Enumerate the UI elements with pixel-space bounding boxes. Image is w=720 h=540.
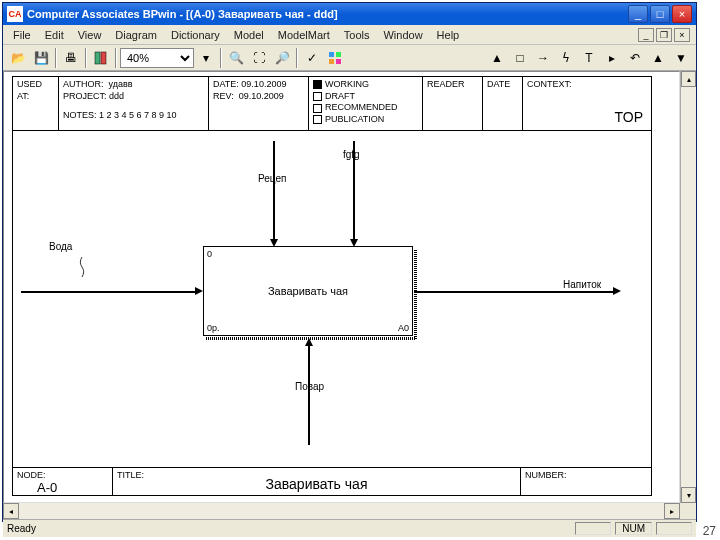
menu-modelmart[interactable]: ModelMart (272, 27, 336, 43)
menubar: File Edit View Diagram Dictionary Model … (3, 25, 696, 45)
app-icon: CA (7, 6, 23, 22)
minimize-button[interactable]: _ (628, 5, 648, 23)
idef0-frame: USED AT: AUTHOR: удавв PROJECT: ddd NOTE… (12, 76, 652, 496)
zoom-out-icon[interactable]: 🔎 (271, 47, 293, 69)
activity-label: Заваривать чая (268, 285, 348, 297)
control2-label[interactable]: fgfg (343, 149, 360, 160)
mechanism-label[interactable]: Повар (295, 381, 324, 392)
mdi-restore-button[interactable]: ❐ (656, 28, 672, 42)
save-icon[interactable]: 💾 (30, 47, 52, 69)
maximize-button[interactable]: □ (650, 5, 670, 23)
activity-box-tool-icon[interactable]: □ (509, 47, 531, 69)
titlebar[interactable]: CA Computer Associates BPwin - [(A-0) За… (3, 3, 696, 25)
context-top-label: TOP (614, 108, 643, 126)
arrow-tool-icon[interactable]: → (532, 47, 554, 69)
svg-rect-4 (329, 59, 334, 64)
app-window: CA Computer Associates BPwin - [(A-0) За… (2, 2, 697, 522)
svg-rect-5 (336, 59, 341, 64)
input-label[interactable]: Вода (49, 241, 72, 252)
close-button[interactable]: × (672, 5, 692, 23)
window-title: Computer Associates BPwin - [(A-0) Завар… (27, 8, 628, 20)
header-date-cell: DATE: 09.10.2009 REV: 09.10.2009 (209, 77, 309, 130)
header-reader: READER (423, 77, 483, 130)
output-arrow[interactable] (414, 291, 614, 293)
squiggle-connector (75, 257, 89, 277)
mechanism-arrow[interactable] (308, 345, 310, 445)
mdi-minimize-button[interactable]: _ (638, 28, 654, 42)
menu-tools[interactable]: Tools (338, 27, 376, 43)
activity-corner-0: 0 (207, 249, 212, 259)
activity-corner-0p: 0р. (207, 323, 220, 333)
status-cell-num: NUM (615, 522, 652, 535)
squiggle-tool-icon[interactable]: ϟ (555, 47, 577, 69)
pointer-tool-icon[interactable]: ▲ (486, 47, 508, 69)
scroll-up-icon[interactable]: ▴ (681, 71, 696, 87)
child-diagram-icon[interactable]: ▼ (670, 47, 692, 69)
control1-arrow[interactable] (273, 141, 275, 241)
menu-dictionary[interactable]: Dictionary (165, 27, 226, 43)
status-cell-empty (575, 522, 611, 535)
open-icon[interactable]: 📂 (7, 47, 29, 69)
scroll-left-icon[interactable]: ◂ (3, 503, 19, 519)
svg-rect-3 (336, 52, 341, 57)
footer-title: TITLE: Заваривать чая (113, 468, 521, 495)
input-arrow[interactable] (21, 291, 196, 293)
toolbar: 📂 💾 🖶 40% ▾ 🔍 ⛶ 🔎 ✓ ▲ □ → ϟ T ▸ ↶ ▲ ▼ (3, 45, 696, 71)
menu-model[interactable]: Model (228, 27, 270, 43)
page-number: 27 (703, 524, 716, 538)
zoom-in-icon[interactable]: 🔍 (225, 47, 247, 69)
svg-rect-2 (329, 52, 334, 57)
mdi-close-button[interactable]: × (674, 28, 690, 42)
zoom-select[interactable]: 40% (120, 48, 194, 68)
footer-node: NODE: A-0 (13, 468, 113, 495)
header-author-cell: AUTHOR: удавв PROJECT: ddd NOTES: 1 2 3 … (59, 77, 209, 130)
menu-help[interactable]: Help (431, 27, 466, 43)
header-status-cell: WORKING DRAFT RECOMMENDED PUBLICATION (309, 77, 423, 130)
status-cell-empty2 (656, 522, 692, 535)
zoom-fit-icon[interactable]: ⛶ (248, 47, 270, 69)
activity-box[interactable]: Заваривать чая 0 0р. A0 (203, 246, 413, 336)
diagram-body[interactable]: Заваривать чая 0 0р. A0 Вода Нап (13, 131, 651, 467)
statusbar: Ready NUM (3, 519, 696, 537)
activity-a0: A0 (398, 323, 409, 333)
vertical-scrollbar[interactable]: ▴ ▾ (680, 71, 696, 503)
header-date2: DATE (483, 77, 523, 130)
horizontal-scrollbar[interactable]: ◂ ▸ (3, 503, 680, 519)
status-marker (313, 80, 322, 89)
text-tool-icon[interactable]: T (578, 47, 600, 69)
footer-number: NUMBER: (521, 468, 651, 495)
status-ready: Ready (7, 523, 36, 534)
menu-view[interactable]: View (72, 27, 108, 43)
diagram-manager-icon[interactable]: ▸ (601, 47, 623, 69)
control1-label[interactable]: Рецеп (258, 173, 286, 184)
scroll-down-icon[interactable]: ▾ (681, 487, 696, 503)
menu-diagram[interactable]: Diagram (109, 27, 163, 43)
header-used-at: USED AT: (13, 77, 59, 130)
spellcheck-icon[interactable]: ✓ (301, 47, 323, 69)
zoom-dropdown-icon[interactable]: ▾ (195, 47, 217, 69)
svg-rect-0 (95, 52, 100, 64)
model-explorer-icon[interactable] (90, 47, 112, 69)
output-label[interactable]: Напиток (563, 279, 601, 290)
menu-file[interactable]: File (7, 27, 37, 43)
menu-window[interactable]: Window (377, 27, 428, 43)
header-context: CONTEXT: TOP (523, 77, 651, 130)
parent-diagram-icon[interactable]: ▲ (647, 47, 669, 69)
undo-icon[interactable]: ↶ (624, 47, 646, 69)
menu-edit[interactable]: Edit (39, 27, 70, 43)
print-icon[interactable]: 🖶 (60, 47, 82, 69)
modelmart-icon[interactable] (324, 47, 346, 69)
scroll-right-icon[interactable]: ▸ (664, 503, 680, 519)
svg-rect-1 (101, 52, 106, 64)
diagram-canvas[interactable]: USED AT: AUTHOR: удавв PROJECT: ddd NOTE… (3, 71, 680, 503)
